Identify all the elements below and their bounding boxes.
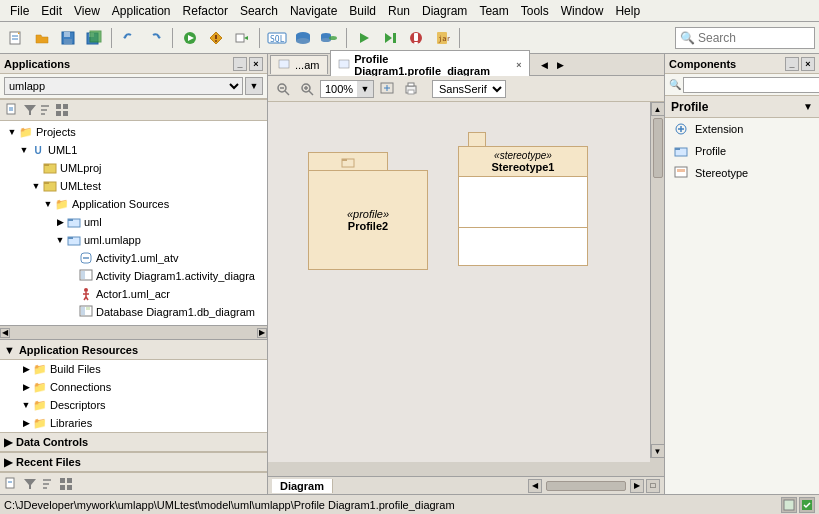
font-selector[interactable]: SansSerif (432, 80, 506, 98)
toggle-connections[interactable]: ▶ (20, 381, 32, 393)
zoom-input[interactable] (321, 83, 357, 95)
components-filter-dropdown[interactable]: ▼ (803, 101, 813, 112)
recent-files-header[interactable]: ▶ Recent Files (0, 452, 267, 472)
tree-item-uml[interactable]: ▶ uml (2, 213, 265, 231)
scroll-up-btn[interactable]: ▲ (651, 102, 665, 116)
step-button[interactable] (230, 26, 254, 50)
open-button[interactable] (30, 26, 54, 50)
zoom-dropdown-btn[interactable]: ▼ (357, 81, 373, 97)
menu-search[interactable]: Search (234, 2, 284, 20)
sql-button[interactable]: SQL (265, 26, 289, 50)
tree-item-uml-umlapp[interactable]: ▼ uml.umlapp (2, 231, 265, 249)
tab-profile-close[interactable]: × (516, 60, 521, 70)
menu-window[interactable]: Window (555, 2, 610, 20)
new-button[interactable] (4, 26, 28, 50)
res-filter-btn[interactable] (22, 476, 38, 492)
save-button[interactable] (56, 26, 80, 50)
zoom-out-btn[interactable] (272, 79, 294, 99)
toggle-app-sources[interactable]: ▼ (42, 198, 54, 210)
resource-build-files[interactable]: ▶ 📁 Build Files (0, 360, 267, 378)
toggle-umlproj[interactable] (30, 162, 42, 174)
toggle-descriptors[interactable]: ▼ (20, 399, 32, 411)
close-right-btn[interactable]: × (801, 57, 815, 71)
db2-button[interactable] (317, 26, 341, 50)
menu-help[interactable]: Help (609, 2, 646, 20)
diagram-tab-diagram[interactable]: Diagram (272, 479, 333, 493)
undo-button[interactable] (117, 26, 141, 50)
diag-tab-corner[interactable]: □ (646, 479, 660, 493)
scroll-left-btn[interactable]: ◀ (0, 328, 10, 338)
print-btn[interactable] (400, 79, 422, 99)
component-stereotype[interactable]: Stereotype (665, 162, 819, 184)
tree-item-activity-diag[interactable]: Activity Diagram1.activity_diagra (2, 267, 265, 285)
app-menu-btn[interactable]: ▼ (245, 77, 263, 95)
diag-scroll-thumb-h[interactable] (546, 481, 626, 491)
toggle-libraries[interactable]: ▶ (20, 417, 32, 429)
menu-diagram[interactable]: Diagram (416, 2, 473, 20)
tree-sort-btn[interactable] (38, 102, 54, 118)
tree-item-actor[interactable]: Actor1.uml_acr (2, 285, 265, 303)
tree-item-umltest[interactable]: ▼ UMLtest (2, 177, 265, 195)
app-dropdown[interactable]: umlapp (4, 77, 243, 95)
toggle-uml1[interactable]: ▼ (18, 144, 30, 156)
status-icon2[interactable] (799, 497, 815, 513)
menu-application[interactable]: Application (106, 2, 177, 20)
component-profile[interactable]: Profile (665, 140, 819, 162)
resource-libraries[interactable]: ▶ 📁 Libraries (0, 414, 267, 432)
tab-profile[interactable]: Profile Diagram1.profile_diagram × (330, 50, 530, 79)
tab-scroll-left[interactable]: ◀ (536, 57, 552, 73)
diag-tab-left[interactable]: ◀ (528, 479, 542, 493)
menu-edit[interactable]: Edit (35, 2, 68, 20)
menu-view[interactable]: View (68, 2, 106, 20)
status-icon1[interactable] (781, 497, 797, 513)
diag-tab-right[interactable]: ▶ (630, 479, 644, 493)
tab-am[interactable]: ...am (270, 55, 328, 74)
menu-run[interactable]: Run (382, 2, 416, 20)
menu-refactor[interactable]: Refactor (177, 2, 234, 20)
toggle-uml[interactable]: ▶ (54, 216, 66, 228)
data-controls-header[interactable]: ▶ Data Controls (0, 432, 267, 452)
zoom-in-btn[interactable] (296, 79, 318, 99)
tree-layout-btn[interactable] (54, 102, 70, 118)
profile-folder[interactable]: «profile» Profile2 (308, 152, 428, 272)
toggle-build[interactable]: ▶ (20, 363, 32, 375)
run2-button[interactable] (352, 26, 376, 50)
minimize-right-btn[interactable]: _ (785, 57, 799, 71)
menu-file[interactable]: File (4, 2, 35, 20)
tree-item-db[interactable]: Database Diagram1.db_diagram (2, 303, 265, 321)
scrollbar-vertical[interactable]: ▲ ▼ (650, 102, 664, 458)
res-btn1[interactable] (4, 476, 20, 492)
tree-item-uml1[interactable]: ▼ U UML1 (2, 141, 265, 159)
resource-descriptors[interactable]: ▼ 📁 Descriptors (0, 396, 267, 414)
close-panel-button[interactable]: × (249, 57, 263, 71)
right-search-input[interactable] (683, 77, 819, 93)
tab-scroll-right[interactable]: ▶ (552, 57, 568, 73)
menu-navigate[interactable]: Navigate (284, 2, 343, 20)
run-button[interactable] (178, 26, 202, 50)
toggle-uml-umlapp[interactable]: ▼ (54, 234, 66, 246)
fit-btn[interactable] (376, 79, 398, 99)
res-sort-btn[interactable] (40, 476, 56, 492)
tree-item-umlproj[interactable]: UMLproj (2, 159, 265, 177)
debug2-button[interactable] (404, 26, 428, 50)
tree-item-activity[interactable]: Activity1.uml_atv (2, 249, 265, 267)
tree-new-btn[interactable] (4, 101, 22, 119)
redo-button[interactable] (143, 26, 167, 50)
step2-button[interactable] (378, 26, 402, 50)
component-extension[interactable]: Extension (665, 118, 819, 140)
scroll-right-btn[interactable]: ▶ (257, 328, 267, 338)
jar-button[interactable]: jar (430, 26, 454, 50)
tree-item-app-sources[interactable]: ▼ 📁 Application Sources (2, 195, 265, 213)
minimize-button[interactable]: _ (233, 57, 247, 71)
tree-item-projects[interactable]: ▼ 📁 Projects (2, 123, 265, 141)
search-input[interactable] (698, 31, 808, 45)
tree-filter-btn[interactable] (22, 102, 38, 118)
tree-scrollbar-h[interactable]: ◀ ▶ (0, 325, 267, 339)
save-all-button[interactable] (82, 26, 106, 50)
scroll-down-btn[interactable]: ▼ (651, 444, 665, 458)
toggle-umltest[interactable]: ▼ (30, 180, 42, 192)
resource-connections[interactable]: ▶ 📁 Connections (0, 378, 267, 396)
menu-team[interactable]: Team (473, 2, 514, 20)
res-layout-btn[interactable] (58, 476, 74, 492)
db-button[interactable] (291, 26, 315, 50)
